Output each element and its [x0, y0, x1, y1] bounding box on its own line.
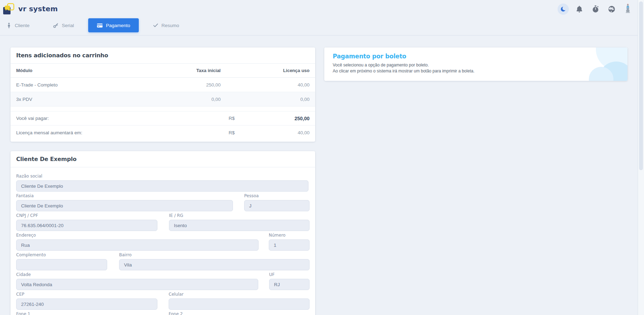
field-label-ie-rg: IE / RG [169, 213, 310, 218]
top-bar: vr system [0, 0, 644, 18]
brand-name: vr system [18, 5, 58, 13]
cell-module: 3x PDV [16, 97, 150, 102]
uf-input[interactable] [269, 279, 310, 290]
column-header-license: Licença uso [221, 68, 310, 73]
total-row-license: Licença mensal aumentará em: R$ 40,00 [11, 126, 315, 140]
field-label-cep: CEP [16, 292, 157, 297]
cnpj-cpf-input[interactable] [16, 220, 157, 231]
credit-card-icon [97, 23, 103, 28]
numero-input[interactable] [269, 239, 310, 251]
cidade-input[interactable] [16, 279, 258, 290]
cep-input[interactable] [16, 298, 157, 310]
header-actions [558, 4, 633, 15]
field-label-pessoa: Pessoa [244, 193, 310, 198]
celular-input[interactable] [169, 298, 310, 310]
moon-icon [560, 6, 567, 13]
profile-button[interactable] [622, 4, 633, 15]
vertical-scrollbar[interactable] [638, 0, 644, 315]
dark-mode-toggle[interactable] [558, 4, 569, 15]
payment-method-title: Pagamento por boleto [333, 53, 619, 60]
person-icon [6, 22, 12, 28]
fantasia-input[interactable] [16, 200, 233, 211]
razao-social-input[interactable] [16, 180, 308, 192]
field-label-bairro: Bairro [119, 252, 310, 257]
timer-button[interactable] [590, 4, 601, 15]
payment-description-line2: Ao clicar em próximo o sistema irá mostr… [333, 68, 619, 74]
tab-resumo[interactable]: Resumo [153, 23, 179, 28]
total-currency: R$ [150, 116, 235, 121]
language-button[interactable] [606, 4, 617, 15]
total-currency: R$ [150, 130, 235, 135]
stopwatch-icon [591, 5, 600, 13]
endereco-input[interactable] [16, 239, 259, 251]
tab-label: Pagamento [106, 23, 130, 28]
cell-license: 40,00 [221, 82, 310, 88]
vr-system-logo-icon [3, 3, 15, 15]
payment-info-card: Pagamento por boleto Você selecionou a o… [324, 47, 627, 81]
cart-card-title: Itens adicionados no carrinho [11, 47, 315, 64]
app-window: vr system [0, 0, 644, 315]
field-label-fone1: Fone 1 [16, 311, 157, 315]
total-label: Você vai pagar: [16, 116, 150, 121]
cart-table-header: Módulo Taxa inicial Licença uso [11, 64, 315, 78]
client-form: Razão social Fantasia Pessoa CNPJ / CPF [11, 167, 315, 315]
field-label-razao-social: Razão social [16, 174, 308, 179]
client-card-title: Cliente De Exemplo [11, 151, 315, 167]
column-header-module: Módulo [16, 68, 150, 73]
field-label-uf: UF [269, 272, 310, 277]
total-label: Licença mensal aumentará em: [16, 130, 150, 135]
complemento-input[interactable] [16, 259, 107, 270]
field-label-celular: Celular [169, 292, 310, 297]
cell-initial: 0,00 [150, 97, 221, 102]
ie-rg-input[interactable] [169, 220, 310, 231]
table-row: E-Trade - Completo 250,00 40,00 [11, 78, 315, 92]
cell-license: 0,00 [221, 97, 310, 102]
total-value: 250,00 [235, 116, 310, 121]
total-row-pay: Você vai pagar: R$ 250,00 [11, 111, 315, 126]
key-icon [53, 22, 59, 28]
wizard-tabs: Cliente Serial Pagamento Resumo [6, 18, 179, 32]
header-divider [0, 35, 644, 36]
field-label-numero: Número [269, 233, 310, 238]
avatar [625, 4, 631, 15]
table-row: 3x PDV 0,00 0,00 [11, 92, 315, 107]
cell-initial: 250,00 [150, 82, 221, 88]
field-label-cidade: Cidade [16, 272, 258, 277]
bell-icon [575, 5, 584, 13]
payment-description-line1: Você selecionou a opção de pagamento por… [333, 62, 619, 68]
cart-totals: Você vai pagar: R$ 250,00 Licença mensal… [11, 111, 315, 140]
tab-label: Cliente [15, 23, 30, 28]
client-card: Cliente De Exemplo Razão social Fantasia… [11, 151, 315, 315]
field-label-cnpj-cpf: CNPJ / CPF [16, 213, 157, 218]
total-value: 40,00 [235, 130, 310, 135]
field-label-complemento: Complemento [16, 252, 107, 257]
field-label-endereco: Endereço [16, 233, 259, 238]
cell-module: E-Trade - Completo [16, 82, 150, 88]
brand-logo[interactable]: vr system [3, 3, 58, 15]
tab-pagamento[interactable]: Pagamento [88, 18, 139, 32]
column-header-initial: Taxa inicial [150, 68, 221, 73]
notifications-button[interactable] [574, 4, 585, 15]
bairro-input[interactable] [119, 259, 310, 270]
tab-label: Resumo [162, 23, 179, 28]
tab-cliente[interactable]: Cliente [6, 22, 30, 28]
field-label-fone2: Fone 2 [169, 311, 310, 315]
cart-card: Itens adicionados no carrinho Módulo Tax… [11, 47, 315, 142]
field-label-fantasia: Fantasia [16, 193, 233, 198]
pessoa-input[interactable] [244, 200, 310, 211]
tab-serial[interactable]: Serial [53, 22, 74, 28]
scrollbar-thumb[interactable] [639, 1, 643, 170]
check-icon [153, 23, 158, 28]
globe-icon [607, 5, 616, 13]
tab-label: Serial [62, 23, 74, 28]
